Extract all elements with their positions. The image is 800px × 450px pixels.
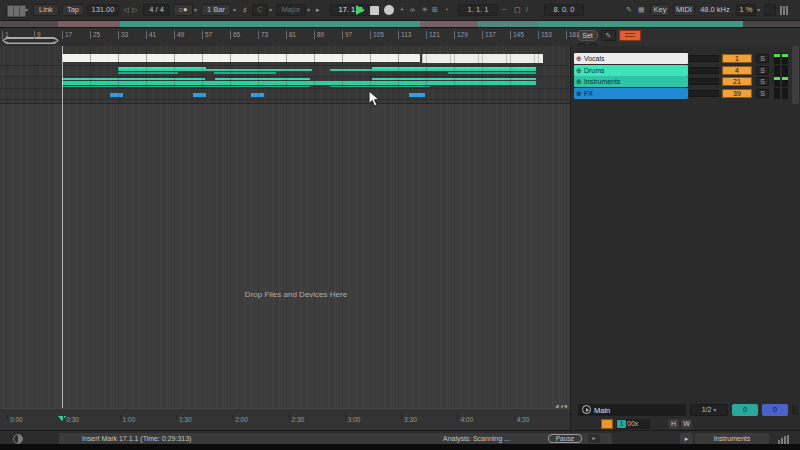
session-record-icon[interactable]: ◔ <box>444 4 448 16</box>
scale-root-field[interactable]: C <box>252 4 268 16</box>
arrangement-overview[interactable] <box>0 21 800 28</box>
midi-overdub-icon[interactable]: ✳ <box>422 4 428 16</box>
track-row[interactable]: ⊕Vocals 1 S <box>570 53 800 65</box>
arrangement-position-field[interactable]: 17. 1. 1 <box>330 4 372 16</box>
hide-button[interactable]: H <box>668 419 679 429</box>
draw-automation-button[interactable]: ✎ <box>601 30 616 41</box>
track-name-label: FX <box>584 90 593 97</box>
unfold-track-icon[interactable]: ⊕ <box>576 53 582 64</box>
solo-button[interactable]: S <box>756 77 769 86</box>
scale-root-chevron-icon[interactable]: ▾ <box>269 4 272 16</box>
computer-midi-keyboard-icon[interactable]: ▦ <box>638 4 645 16</box>
tempo-follower-icon[interactable] <box>601 419 613 429</box>
track-activator-button[interactable]: 21 <box>722 77 752 86</box>
tap-tempo-button[interactable]: Tap <box>62 4 84 16</box>
punch-in-icon[interactable]: ~ <box>502 4 506 16</box>
quantize-select[interactable]: 1/2 ▾ <box>690 404 728 416</box>
key-map-button[interactable]: Key <box>650 4 670 16</box>
track-name-drums[interactable]: ⊕Drums <box>574 65 688 76</box>
track-row[interactable]: ⊕Drums 4 S <box>570 65 800 77</box>
vocals-clip[interactable] <box>62 54 420 63</box>
scene-play-icon[interactable] <box>582 405 591 414</box>
punch-out-icon[interactable]: / <box>526 4 528 16</box>
fx-clip[interactable] <box>110 93 123 97</box>
loop-length-field[interactable]: 8. 0. 0 <box>544 4 584 16</box>
time-signature-field[interactable]: 4 / 4 <box>143 4 170 16</box>
drums-clip[interactable] <box>214 72 276 74</box>
loop-switch-icon[interactable]: ▢ <box>514 4 521 16</box>
pause-button[interactable]: Pause <box>548 434 582 443</box>
midi-map-button[interactable]: MIDI <box>673 4 695 16</box>
solo-button[interactable]: S <box>756 66 769 75</box>
fx-clip[interactable] <box>409 93 425 97</box>
draw-mode-icon[interactable]: ✎ <box>626 4 632 16</box>
loop-region-brace[interactable] <box>2 37 59 44</box>
unfold-track-icon[interactable]: ⊕ <box>576 76 582 87</box>
quantize-chevron-icon[interactable]: ▾ <box>233 4 236 16</box>
solo-button[interactable]: S <box>756 54 769 63</box>
playback-speed-box[interactable]: 100x <box>616 419 650 429</box>
set-locator-button[interactable]: Set <box>577 30 598 41</box>
groove-chevron-icon[interactable]: ▾ <box>194 4 197 16</box>
capture-midi-icon[interactable]: ⊞ <box>432 4 438 16</box>
analysis-next-icon[interactable]: ▸ <box>588 434 600 443</box>
play-button[interactable] <box>356 5 365 17</box>
automation-arm-icon[interactable]: ∞ <box>410 4 415 16</box>
drums-clip[interactable] <box>118 69 312 71</box>
back-to-arrangement-button[interactable] <box>619 30 641 41</box>
track-volume-slider[interactable] <box>689 55 719 62</box>
track-row[interactable]: ⊕Instruments 21 S <box>570 76 800 88</box>
unfold-track-icon[interactable]: ⊕ <box>576 65 582 76</box>
track-name-instruments[interactable]: ⊕Instruments <box>574 76 688 87</box>
scale-icon[interactable]: ♯ <box>243 4 247 16</box>
tempo-field[interactable]: 131.00 <box>87 4 119 16</box>
track-name-fx[interactable]: ⊕FX <box>574 88 688 99</box>
instruments-clip[interactable] <box>215 78 310 80</box>
groove-amount-button[interactable]: ○● <box>173 4 193 16</box>
track-activator-button[interactable]: 4 <box>722 66 752 75</box>
window-layout-icon[interactable] <box>6 4 27 18</box>
scale-name-field[interactable]: Major <box>276 4 306 16</box>
playback-start-marker[interactable] <box>58 416 66 421</box>
main-track-header[interactable]: Main <box>578 404 686 416</box>
re-enable-automation-icon[interactable]: + <box>400 4 404 16</box>
drums-clip[interactable] <box>330 69 536 71</box>
track-volume-slider[interactable] <box>689 90 719 97</box>
track-activator-button[interactable]: 1 <box>722 54 752 63</box>
device-play-button[interactable]: ▸ <box>680 433 693 444</box>
fx-clip[interactable] <box>193 93 206 97</box>
track-row[interactable]: ⊕FX 39 S <box>570 88 800 100</box>
fx-clip[interactable] <box>251 93 264 97</box>
track-activator-button[interactable]: 39 <box>722 89 752 98</box>
arrangement-view[interactable]: Drop Files and Devices Here <box>0 46 570 408</box>
instruments-clip[interactable] <box>62 81 536 85</box>
crossfade-b-box[interactable]: 0 <box>762 404 788 416</box>
follow-button[interactable]: ▸ <box>316 4 320 16</box>
crossfade-a-box[interactable]: 0 <box>732 404 758 416</box>
link-button[interactable]: Link <box>33 4 59 16</box>
track-volume-slider[interactable] <box>689 78 719 85</box>
track-name-vocals[interactable]: ⊕Vocals <box>574 53 688 64</box>
window-layout-chevron-icon[interactable]: ▾ <box>25 4 28 16</box>
nudge-down-icon[interactable]: ◁ <box>122 4 130 16</box>
vocals-clip[interactable] <box>422 54 543 63</box>
lane-fx[interactable] <box>0 88 570 101</box>
solo-button[interactable]: S <box>756 89 769 98</box>
drums-clip[interactable] <box>448 72 536 74</box>
cpu-chevron-icon[interactable]: ▾ <box>757 4 760 16</box>
drums-clip[interactable] <box>118 72 178 74</box>
time-ruler[interactable]: 0:000:301:001:302:002:303:003:304:004:30 <box>0 408 570 431</box>
instruments-clip[interactable] <box>62 78 205 80</box>
cpu-meter[interactable]: 1 % <box>736 4 756 16</box>
quantize-menu[interactable]: 1 Bar <box>201 4 231 16</box>
loop-start-field[interactable]: 1. 1. 1 <box>458 4 498 16</box>
track-volume-slider[interactable] <box>689 67 719 74</box>
nudge-up-icon[interactable]: ▷ <box>131 4 139 16</box>
unfold-track-icon[interactable]: ⊕ <box>576 88 582 99</box>
scale-name-chevron-icon[interactable]: ▾ <box>307 4 310 16</box>
stop-button[interactable] <box>370 6 379 18</box>
beat-time-ruler[interactable]: Set ✎ ◂ ▸ 191725334149576573818997105113… <box>0 28 800 47</box>
width-button[interactable]: W <box>681 419 692 429</box>
instruments-clip[interactable] <box>372 78 536 80</box>
record-button[interactable] <box>384 5 394 17</box>
